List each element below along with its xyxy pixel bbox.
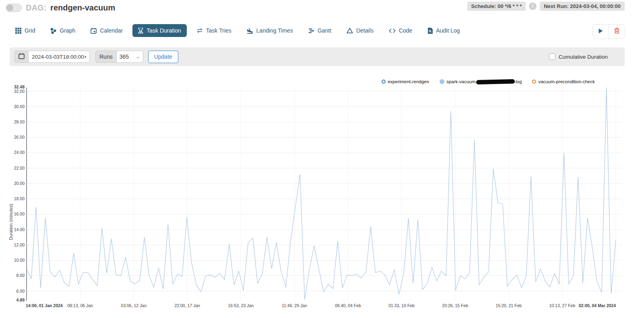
tab-gantt[interactable]: Gantt xyxy=(303,24,337,37)
repeat-icon xyxy=(196,28,203,33)
tab-landing-times[interactable]: Landing Times xyxy=(241,24,299,37)
duration-line-chart[interactable]: 14:00, 01 Jan 202408:13, 06 Jan03:06, 12… xyxy=(0,74,644,318)
graph-icon xyxy=(50,28,56,34)
svg-text:4.89: 4.89 xyxy=(17,297,25,302)
svg-text:10.00: 10.00 xyxy=(14,258,25,263)
svg-text:18.00: 18.00 xyxy=(14,196,25,201)
svg-text:01:33, 10 Feb: 01:33, 10 Feb xyxy=(388,303,415,308)
tab-graph-label: Graph xyxy=(60,27,75,34)
svg-text:10:13, 27 Feb: 10:13, 27 Feb xyxy=(549,303,576,308)
task-duration-chart: experiment-rendgen spark-vacuum--log vac… xyxy=(0,74,644,318)
tab-calendar-label: Calendar xyxy=(100,27,123,34)
tab-details-label: Details xyxy=(356,27,374,34)
tab-task-tries[interactable]: Task Tries xyxy=(191,24,237,37)
svg-text:14.00: 14.00 xyxy=(14,227,25,232)
runs-label: Runs xyxy=(95,51,117,63)
cumulative-duration-checkbox[interactable] xyxy=(549,53,555,60)
trigger-dag-button[interactable] xyxy=(593,25,609,39)
legend-label: vacuum-precondition-check xyxy=(538,79,595,84)
svg-text:30.00: 30.00 xyxy=(14,104,25,109)
dag-header: DAG: rendgen-vacuum Schedule: 00 */6 * *… xyxy=(0,0,644,18)
tab-grid[interactable]: Grid xyxy=(10,24,41,37)
svg-text:28.00: 28.00 xyxy=(14,119,25,124)
schedule-info-icon[interactable]: i xyxy=(529,2,537,10)
chart-legend: experiment-rendgen spark-vacuum--log vac… xyxy=(382,79,595,84)
legend-marker-filled-blue xyxy=(440,79,444,84)
svg-text:11:46, 29 Jan: 11:46, 29 Jan xyxy=(282,303,307,308)
chevron-down-icon: ⌄ xyxy=(136,54,141,59)
trash-icon xyxy=(614,28,619,35)
svg-text:14:00, 01 Jan 2024: 14:00, 01 Jan 2024 xyxy=(26,303,63,308)
tab-task-tries-label: Task Tries xyxy=(206,27,231,34)
update-button[interactable]: Update xyxy=(148,51,178,63)
svg-text:22:00, 17 Jan: 22:00, 17 Jan xyxy=(174,303,200,308)
view-tabs: Grid Graph Calendar Task Duration Task T… xyxy=(10,24,466,37)
toggle-knob xyxy=(6,4,13,11)
date-picker-button[interactable] xyxy=(14,51,29,63)
cumulative-duration-label: Cumulative Duration xyxy=(559,54,608,60)
svg-text:16:53, 23 Jan: 16:53, 23 Jan xyxy=(228,303,254,308)
duration-filter-bar: Runs 365 ⌄ Update Cumulative Duration xyxy=(10,47,625,66)
hourglass-icon xyxy=(138,28,143,34)
svg-text:26.00: 26.00 xyxy=(14,135,25,140)
svg-text:20:26, 15 Feb: 20:26, 15 Feb xyxy=(442,303,468,308)
tab-details[interactable]: Details xyxy=(341,24,379,37)
gantt-icon xyxy=(308,28,314,33)
svg-text:03:06, 12 Jan: 03:06, 12 Jan xyxy=(121,303,147,308)
svg-text:6.00: 6.00 xyxy=(17,289,25,293)
tab-code-label: Code xyxy=(399,27,412,34)
tab-calendar[interactable]: Calendar xyxy=(85,24,128,37)
schedule-badge: Schedule: 00 */6 * * * xyxy=(467,2,526,11)
y-axis-title: Duration (minutes) xyxy=(8,204,13,240)
svg-text:32.00: 32.00 xyxy=(14,89,25,94)
series-line xyxy=(27,88,616,300)
code-icon xyxy=(389,28,396,33)
legend-item-spark-vacuum-log[interactable]: spark-vacuum--log xyxy=(440,79,522,84)
legend-label: experiment-rendgen xyxy=(388,79,429,84)
calendar-icon xyxy=(91,28,97,34)
svg-text:20.00: 20.00 xyxy=(14,181,25,186)
dag-pause-toggle[interactable] xyxy=(6,4,22,12)
tab-gantt-label: Gantt xyxy=(318,27,331,34)
legend-item-experiment-rendgen[interactable]: experiment-rendgen xyxy=(382,79,429,84)
base-date-input[interactable] xyxy=(29,51,90,63)
calendar-small-icon xyxy=(19,53,25,60)
legend-label: spark-vacuum--log xyxy=(446,79,522,84)
svg-text:08:13, 06 Jan: 08:13, 06 Jan xyxy=(67,303,93,308)
runs-select-value: 365 xyxy=(120,53,129,60)
svg-text:06:40, 04 Feb: 06:40, 04 Feb xyxy=(335,303,361,308)
svg-text:02:00, 04 Mar 2024: 02:00, 04 Mar 2024 xyxy=(579,303,616,308)
svg-text:16.00: 16.00 xyxy=(14,211,25,216)
tab-graph[interactable]: Graph xyxy=(45,24,81,37)
delete-dag-button[interactable] xyxy=(609,25,625,39)
tab-task-duration[interactable]: Task Duration xyxy=(132,24,187,37)
dag-title: rendgen-vacuum xyxy=(50,3,115,12)
legend-item-vacuum-precondition-check[interactable]: vacuum-precondition-check xyxy=(532,79,595,84)
grid-icon xyxy=(15,28,21,34)
legend-marker-hollow-orange xyxy=(532,80,536,84)
plane-landing-icon xyxy=(247,28,253,34)
tab-grid-label: Grid xyxy=(25,27,35,34)
audit-log-icon xyxy=(427,28,433,34)
svg-text:15:20, 21 Feb: 15:20, 21 Feb xyxy=(495,303,522,308)
legend-marker-hollow-blue xyxy=(382,80,386,84)
tab-task-duration-label: Task Duration xyxy=(147,27,181,34)
dag-action-buttons xyxy=(592,24,625,39)
svg-text:12.00: 12.00 xyxy=(14,242,25,247)
tab-code[interactable]: Code xyxy=(383,24,418,37)
play-icon xyxy=(598,28,603,35)
details-icon xyxy=(347,28,353,33)
next-run-badge: Next Run: 2024-03-04, 00:00:00 xyxy=(540,2,625,11)
tab-audit-log[interactable]: Audit Log xyxy=(422,24,465,37)
svg-text:22.00: 22.00 xyxy=(14,166,25,170)
tab-audit-log-label: Audit Log xyxy=(436,27,460,34)
svg-text:24.00: 24.00 xyxy=(14,150,25,155)
dag-label: DAG: xyxy=(26,3,46,12)
tab-landing-times-label: Landing Times xyxy=(256,27,293,34)
svg-text:8.00: 8.00 xyxy=(17,273,25,278)
redaction-blob xyxy=(476,79,515,85)
runs-select[interactable]: 365 ⌄ xyxy=(117,51,143,63)
